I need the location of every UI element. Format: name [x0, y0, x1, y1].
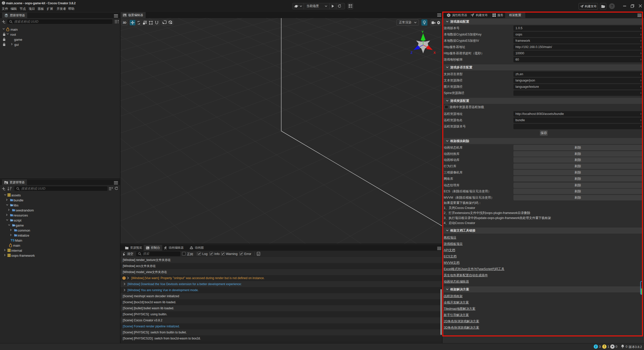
svg-text:Y: Y [422, 31, 424, 34]
svg-text:Z: Z [411, 51, 413, 55]
svg-text:X: X [433, 51, 436, 55]
